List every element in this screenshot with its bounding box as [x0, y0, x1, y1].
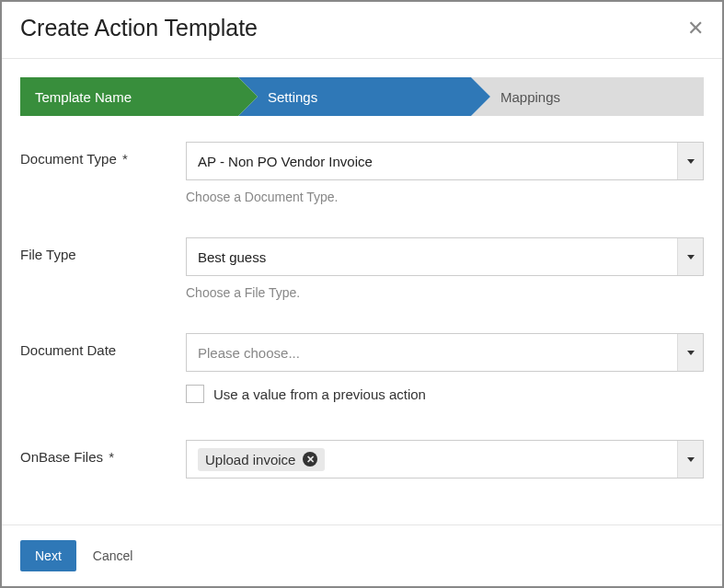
row-file-type: File Type Best guess Choose a File Type.: [20, 237, 704, 324]
onbase-files-select[interactable]: Upload invoice ✕: [186, 440, 704, 478]
input-col-document-date: Please choose... Use a value from a prev…: [186, 333, 704, 431]
use-previous-action-checkbox[interactable]: [186, 385, 204, 403]
modal-body: Template Name Settings Mappings Document…: [2, 59, 722, 525]
row-onbase-files: OnBase Files * Upload invoice ✕: [20, 440, 704, 478]
document-type-select[interactable]: AP - Non PO Vendor Invoice: [186, 142, 704, 180]
input-col-document-type: AP - Non PO Vendor Invoice Choose a Docu…: [186, 142, 704, 228]
label-onbase-files: OnBase Files *: [20, 440, 186, 465]
close-icon: ✕: [687, 17, 704, 40]
file-type-select[interactable]: Best guess: [186, 237, 704, 276]
input-col-file-type: Best guess Choose a File Type.: [186, 237, 704, 324]
modal-header: Create Action Template ✕: [2, 2, 722, 59]
label-file-type: File Type: [20, 237, 186, 262]
cancel-button[interactable]: Cancel: [93, 548, 133, 563]
chip-label: Upload invoice: [205, 452, 295, 467]
next-button[interactable]: Next: [20, 540, 76, 571]
modal-footer: Next Cancel: [2, 525, 722, 586]
help-text-document-type: Choose a Document Type.: [186, 190, 704, 204]
required-mark: *: [109, 449, 114, 465]
select-chip-container: Upload invoice ✕: [187, 448, 677, 471]
label-document-type: Document Type *: [20, 142, 186, 167]
label-document-date: Document Date: [20, 333, 186, 358]
chip-remove-icon[interactable]: ✕: [303, 452, 317, 467]
chevron-down-icon: [677, 441, 703, 478]
select-placeholder: Please choose...: [187, 345, 677, 361]
row-document-date: Document Date Please choose... Use a val…: [20, 333, 704, 431]
chevron-down-icon: [677, 334, 703, 371]
close-button[interactable]: ✕: [687, 18, 704, 39]
help-text-file-type: Choose a File Type.: [186, 285, 704, 300]
input-col-onbase-files: Upload invoice ✕: [186, 440, 704, 478]
step-settings[interactable]: Settings: [238, 77, 471, 116]
required-mark: *: [122, 151, 128, 167]
chip-upload-invoice: Upload invoice ✕: [198, 448, 325, 471]
chevron-down-icon: [677, 143, 703, 179]
step-label: Settings: [268, 89, 317, 105]
document-date-select[interactable]: Please choose...: [186, 333, 704, 372]
select-value: Best guess: [187, 249, 677, 265]
modal-title: Create Action Template: [20, 15, 258, 41]
row-document-type: Document Type * AP - Non PO Vendor Invoi…: [20, 142, 704, 228]
step-mappings[interactable]: Mappings: [471, 77, 704, 116]
checkbox-row-previous-action: Use a value from a previous action: [186, 385, 704, 403]
step-label: Mappings: [500, 89, 560, 105]
checkbox-label: Use a value from a previous action: [213, 386, 426, 402]
create-action-template-modal: Create Action Template ✕ Template Name S…: [0, 0, 724, 588]
step-template-name[interactable]: Template Name: [20, 77, 238, 116]
wizard-stepper: Template Name Settings Mappings: [20, 77, 704, 116]
select-value: AP - Non PO Vendor Invoice: [187, 154, 677, 169]
step-label: Template Name: [35, 89, 132, 105]
chevron-down-icon: [677, 238, 703, 275]
